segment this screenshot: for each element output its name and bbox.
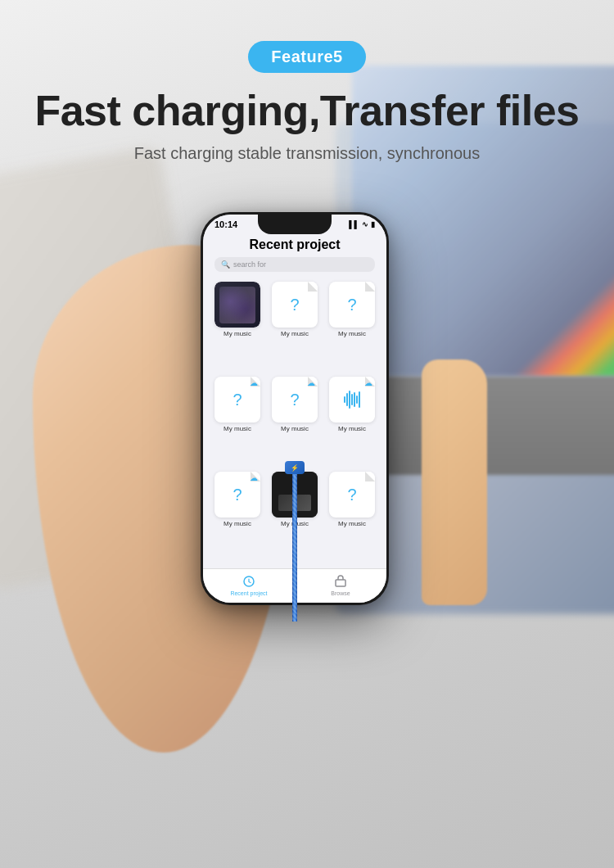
cable-wrapper	[285, 461, 305, 622]
status-time: 10:14	[214, 219, 237, 229]
signal-icon: ▌▌	[349, 220, 359, 228]
waveform-icon	[344, 390, 360, 409]
file-icon-question: ☁ ?	[272, 377, 318, 423]
file-label: My music	[338, 425, 366, 432]
file-icon-question: ☁ ?	[214, 472, 260, 518]
music-thumbnail	[214, 282, 260, 328]
file-label: My music	[223, 330, 251, 337]
file-icon-question: ?	[272, 282, 318, 328]
phone-scene: 10:14 ▌▌ ∿ ▮ Recent project 🔍 search for	[0, 196, 614, 605]
file-icon-music-thumb	[214, 282, 260, 328]
app-title: Recent project	[214, 237, 375, 252]
cloud-icon: ☁	[306, 378, 316, 388]
list-item[interactable]: ☁ ? My music	[269, 377, 321, 467]
file-label: My music	[281, 425, 309, 432]
tab-label-recent: Recent project	[230, 590, 267, 596]
list-item[interactable]: ☁ My	[326, 377, 378, 467]
subheadline: Fast charging stable transmission, synch…	[0, 144, 614, 163]
feature-badge-label: Feature5	[248, 41, 365, 73]
question-mark: ?	[233, 391, 242, 409]
file-label: My music	[338, 520, 366, 527]
recent-icon	[242, 574, 256, 589]
svg-rect-1	[336, 580, 345, 586]
tab-browse[interactable]: Browse	[295, 574, 386, 596]
list-item[interactable]: ☁ ? My music	[211, 377, 264, 467]
list-item[interactable]: ? My music	[326, 282, 378, 372]
file-label: My music	[223, 520, 251, 527]
tab-recent-project[interactable]: Recent project	[203, 574, 295, 596]
file-label: My music	[223, 425, 251, 432]
search-bar[interactable]: 🔍 search for	[214, 257, 375, 272]
file-label: My music	[281, 330, 309, 337]
feature-badge: Feature5	[0, 41, 614, 88]
question-mark: ?	[347, 486, 356, 504]
cable-connector	[285, 461, 305, 474]
music-thumb-img	[219, 287, 256, 323]
question-mark: ?	[290, 296, 299, 314]
phone-notch	[258, 215, 332, 234]
headline: Fast charging,Transfer files	[0, 88, 614, 134]
corner-fold	[365, 472, 375, 481]
tab-label-browse: Browse	[331, 590, 350, 596]
cloud-icon: ☁	[249, 473, 259, 483]
file-icon-question: ?	[329, 472, 375, 518]
corner-fold	[365, 282, 375, 292]
question-mark: ?	[233, 486, 242, 504]
phone-wrapper: 10:14 ▌▌ ∿ ▮ Recent project 🔍 search for	[201, 212, 389, 605]
cloud-icon: ☁	[249, 378, 259, 388]
search-placeholder: search for	[233, 260, 266, 269]
status-icons: ▌▌ ∿ ▮	[349, 220, 375, 228]
app-header: Recent project 🔍 search for	[203, 231, 386, 275]
hand-fingers	[422, 359, 487, 605]
file-label: My music	[338, 330, 366, 337]
corner-fold	[308, 282, 318, 292]
cloud-icon: ☁	[363, 378, 373, 388]
list-item[interactable]: ☁ ? My music	[211, 472, 264, 562]
cable-braid	[292, 474, 297, 622]
question-mark: ?	[347, 296, 356, 314]
list-item[interactable]: My music	[211, 282, 264, 372]
file-icon-waveform: ☁	[329, 377, 375, 423]
browse-icon	[333, 574, 348, 589]
list-item[interactable]: ? My music	[326, 472, 378, 562]
list-item[interactable]: ? My music	[269, 282, 321, 372]
battery-icon: ▮	[371, 220, 375, 228]
question-mark: ?	[290, 391, 299, 409]
search-icon: 🔍	[221, 260, 230, 269]
file-icon-question: ?	[329, 282, 375, 328]
file-icon-question: ☁ ?	[214, 377, 260, 423]
wifi-icon: ∿	[362, 220, 368, 228]
cable-body	[292, 474, 297, 622]
main-content: Feature5 Fast charging,Transfer files Fa…	[0, 0, 614, 605]
